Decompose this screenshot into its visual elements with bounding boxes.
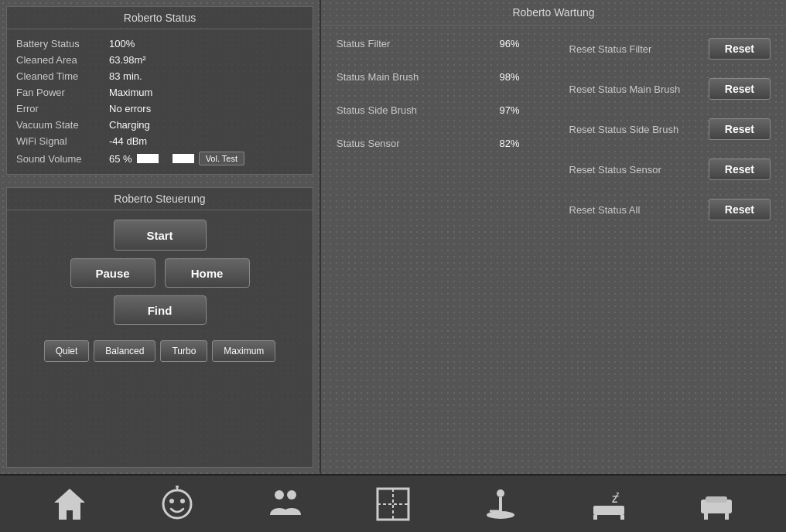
svg-text:z: z xyxy=(616,490,620,498)
svg-rect-24 xyxy=(725,513,729,520)
steuerung-title: Roberto Steuerung xyxy=(7,188,313,210)
status-row-volume: Sound Volume 65 % Vol. Test xyxy=(16,149,303,168)
svg-marker-0 xyxy=(54,489,85,520)
fan-label: Fan Power xyxy=(16,87,109,98)
reset-all-button[interactable]: Reset xyxy=(709,199,771,220)
wartung-status-list: Status Filter 96% Status Main Brush 98% … xyxy=(321,26,554,474)
sensor-status-label: Status Sensor xyxy=(337,138,500,149)
vol-seg-2 xyxy=(160,154,171,163)
pause-button[interactable]: Pause xyxy=(70,258,155,288)
filter-status-value: 96% xyxy=(500,38,538,49)
fan-buttons: Quiet Balanced Turbo Maximum xyxy=(7,334,313,371)
svg-point-7 xyxy=(287,490,296,500)
sidebrush-status-value: 97% xyxy=(500,104,538,116)
volume-slider-container: Vol. Test xyxy=(137,152,244,165)
nav-serve[interactable] xyxy=(470,481,531,527)
svg-point-11 xyxy=(497,489,504,497)
status-row-time: Cleaned Time 83 min. xyxy=(16,68,303,84)
vol-seg-1 xyxy=(137,154,159,163)
sofa-icon xyxy=(698,486,735,523)
reset-filter-button[interactable]: Reset xyxy=(709,38,771,60)
svg-point-2 xyxy=(169,499,174,503)
reset-mainbrush-button[interactable]: Reset xyxy=(709,78,771,100)
vacuum-value: Charging xyxy=(109,119,150,131)
right-panel: Roberto Wartung Status Filter 96% Status… xyxy=(321,0,786,474)
fan-quiet-button[interactable]: Quiet xyxy=(44,340,90,362)
area-value: 63.98m² xyxy=(109,54,146,66)
reset-all-row: Reset Status All Reset xyxy=(569,199,771,220)
fan-balanced-button[interactable]: Balanced xyxy=(94,340,155,362)
reset-sensor-button[interactable]: Reset xyxy=(709,159,771,180)
battery-label: Battery Status xyxy=(16,38,109,49)
steuerung-section: Roberto Steuerung Start Pause Home Find … xyxy=(6,187,313,468)
reset-all-label: Reset Status All xyxy=(569,204,709,216)
wifi-label: WiFi Signal xyxy=(16,135,109,147)
svg-rect-20 xyxy=(704,501,729,513)
time-value: 83 min. xyxy=(109,70,142,82)
wartung-filter-row: Status Filter 96% xyxy=(337,38,538,49)
nav-robot[interactable] xyxy=(146,481,208,527)
main-content: Roberto Status Battery Status 100% Clean… xyxy=(0,0,786,474)
svg-rect-25 xyxy=(706,496,727,503)
home-icon xyxy=(51,486,88,523)
vacuum-label: Vacuum State xyxy=(16,119,109,131)
wartung-mainbrush-row: Status Main Brush 98% xyxy=(337,71,538,83)
start-button[interactable]: Start xyxy=(114,220,207,251)
svg-point-1 xyxy=(163,490,191,518)
serve-icon xyxy=(482,486,519,523)
time-label: Cleaned Time xyxy=(16,70,109,82)
nav-sofa[interactable] xyxy=(685,481,747,527)
fan-turbo-button[interactable]: Turbo xyxy=(160,340,207,362)
svg-rect-23 xyxy=(704,513,708,520)
mainbrush-status-value: 98% xyxy=(500,71,538,83)
error-value: No errors xyxy=(109,103,151,114)
sensor-status-value: 82% xyxy=(500,138,538,149)
svg-point-6 xyxy=(275,490,284,500)
volume-label: Sound Volume xyxy=(16,153,109,165)
area-label: Cleaned Area xyxy=(16,54,109,66)
wartung-title: Roberto Wartung xyxy=(321,0,786,26)
reset-sensor-row: Reset Status Sensor Reset xyxy=(569,159,771,180)
find-button[interactable]: Find xyxy=(114,295,207,325)
error-label: Error xyxy=(16,103,109,114)
status-row-fan: Fan Power Maximum xyxy=(16,84,303,101)
status-row-error: Error No errors xyxy=(16,101,303,117)
nav-sleep[interactable]: Z z xyxy=(578,481,640,527)
svg-rect-16 xyxy=(593,515,597,520)
sleep-icon: Z z xyxy=(590,486,627,523)
wartung-sidebrush-row: Status Side Brush 97% xyxy=(337,104,538,116)
svg-point-5 xyxy=(176,486,179,488)
reset-sidebrush-label: Reset Status Side Brush xyxy=(569,124,709,135)
wartung-content: Status Filter 96% Status Main Brush 98% … xyxy=(321,26,786,474)
left-panel: Roberto Status Battery Status 100% Clean… xyxy=(0,0,321,474)
status-row-battery: Battery Status 100% xyxy=(16,36,303,52)
control-buttons: Start Pause Home Find xyxy=(7,210,313,334)
volume-value: 65 % xyxy=(109,153,132,165)
wifi-value: -44 dBm xyxy=(109,135,147,147)
wartung-reset-list: Reset Status Filter Reset Reset Status M… xyxy=(554,26,787,474)
status-title: Roberto Status xyxy=(7,7,313,29)
reset-sensor-label: Reset Status Sensor xyxy=(569,164,709,176)
reset-filter-row: Reset Status Filter Reset xyxy=(569,38,771,60)
reset-sidebrush-button[interactable]: Reset xyxy=(709,118,771,140)
nav-home[interactable] xyxy=(39,481,101,527)
nav-people[interactable] xyxy=(255,481,316,527)
status-row-vacuum: Vacuum State Charging xyxy=(16,117,303,133)
fan-value: Maximum xyxy=(109,87,152,98)
fan-maximum-button[interactable]: Maximum xyxy=(212,340,275,362)
mainbrush-status-label: Status Main Brush xyxy=(337,71,500,83)
svg-rect-17 xyxy=(620,515,624,520)
status-table: Battery Status 100% Cleaned Area 63.98m²… xyxy=(7,29,313,174)
home-button[interactable]: Home xyxy=(165,258,250,288)
reset-sidebrush-row: Reset Status Side Brush Reset xyxy=(569,118,771,140)
zone-icon xyxy=(374,486,412,523)
battery-value: 100% xyxy=(109,38,135,49)
volume-bar xyxy=(137,154,194,163)
vol-test-button[interactable]: Vol. Test xyxy=(199,152,244,165)
svg-rect-15 xyxy=(593,506,624,515)
bottom-nav: Z z xyxy=(0,474,786,532)
nav-zone[interactable] xyxy=(362,481,424,527)
status-row-wifi: WiFi Signal -44 dBm xyxy=(16,133,303,149)
svg-rect-8 xyxy=(378,489,408,520)
svg-rect-13 xyxy=(499,497,502,511)
